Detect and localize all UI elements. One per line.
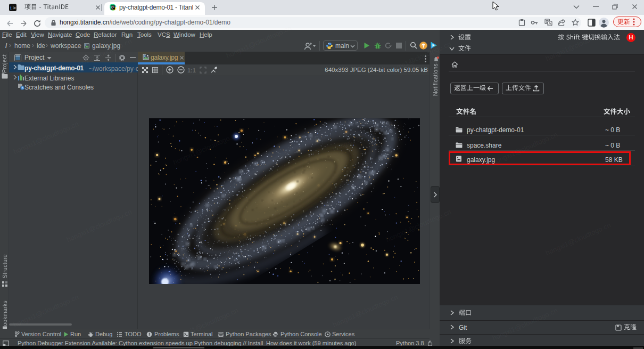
- svg-text:>: >: [13, 5, 16, 11]
- svg-text:PC: PC: [111, 6, 115, 9]
